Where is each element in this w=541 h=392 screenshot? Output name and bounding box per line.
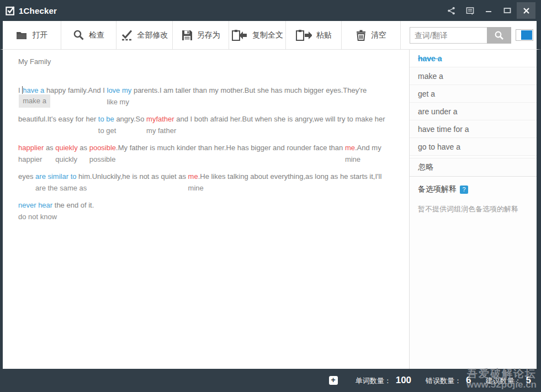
- close-icon: [523, 7, 530, 14]
- check-button[interactable]: 检查: [61, 21, 116, 49]
- floppy-icon: [182, 30, 193, 41]
- close-button[interactable]: [517, 2, 535, 19]
- language-toggle[interactable]: [516, 29, 533, 41]
- error-word[interactable]: have amake a: [23, 85, 44, 96]
- text-segment: and I both afraid her.But when she is an…: [174, 115, 385, 123]
- text-line: happlierhappier as quieklyquickly as poo…: [18, 142, 409, 171]
- suggestion-item[interactable]: go to have a: [410, 138, 537, 156]
- app-title: 1Checker: [19, 6, 57, 15]
- copy-all-button[interactable]: 复制全文: [229, 21, 286, 49]
- checkbox-logo-icon: [6, 6, 15, 15]
- error-word[interactable]: memine: [345, 142, 355, 153]
- text-line: I have amake a happy family.And I love m…: [18, 85, 409, 114]
- share-icon: [447, 7, 455, 15]
- text-segment: as: [78, 144, 89, 152]
- main-content: My FamilyI have amake a happy family.And…: [0, 50, 541, 369]
- inline-suggestion[interactable]: make a: [19, 94, 50, 108]
- inline-suggestion[interactable]: are the same as: [35, 183, 87, 194]
- error-word[interactable]: happlierhappier: [18, 142, 44, 153]
- minimize-icon: [485, 7, 492, 14]
- share-button[interactable]: [442, 2, 460, 19]
- toolbar: 打开 检查 全部修改 另存为 复制全文: [0, 21, 541, 50]
- error-word[interactable]: poosiblepossible: [89, 142, 116, 153]
- error-count-label: 错误数量：: [426, 376, 462, 386]
- suggestion-count-value: 5: [526, 375, 531, 386]
- paste-button[interactable]: 粘贴: [286, 21, 342, 49]
- text-segment: the end of it.: [52, 201, 94, 209]
- suggestion-item[interactable]: get a: [410, 85, 537, 103]
- paste-button-label: 粘贴: [316, 30, 332, 40]
- error-word[interactable]: quieklyquickly: [55, 142, 77, 153]
- error-word[interactable]: memine: [188, 171, 198, 182]
- plus-icon[interactable]: +: [329, 376, 338, 385]
- title-bar: 1Checker: [0, 0, 541, 21]
- explanation-note: 暂不提供词组润色备选项的解释: [418, 204, 528, 214]
- inline-suggestion[interactable]: possible: [89, 154, 116, 165]
- text-segment: I: [18, 86, 22, 94]
- status-bar: + 单词数量： 100 错误数量： 6 建议数量： 5: [0, 369, 541, 392]
- trash-icon: [356, 29, 367, 41]
- clear-button-label: 清空: [371, 30, 386, 40]
- folder-icon: [16, 30, 28, 40]
- open-button-label: 打开: [33, 30, 48, 40]
- text-segment: .And my: [355, 144, 381, 152]
- maximize-icon: [503, 7, 511, 14]
- open-button[interactable]: 打开: [3, 21, 61, 49]
- suggestion-item-current[interactable]: have a: [410, 50, 537, 67]
- check-button-label: 检查: [89, 30, 104, 40]
- suggestion-count-label: 建议数量：: [486, 376, 522, 386]
- error-word[interactable]: are similar toare the same as: [35, 171, 76, 182]
- suggestion-item[interactable]: have time for a: [410, 120, 537, 138]
- inline-suggestion[interactable]: mine: [188, 183, 204, 194]
- maximize-button[interactable]: [498, 2, 517, 19]
- error-word[interactable]: to beto get: [98, 114, 114, 125]
- text-segment: .He likes talking about everything,as lo…: [198, 172, 382, 181]
- error-count: 错误数量： 6: [426, 375, 471, 386]
- text-line: beautiful.It's easy for her to beto get …: [18, 114, 409, 142]
- suggestion-sidebar: have amake aget aare under ahave time fo…: [409, 50, 537, 369]
- inline-suggestion[interactable]: to get: [98, 125, 116, 136]
- suggestion-item[interactable]: make a: [410, 67, 537, 85]
- suggestion-list: have amake aget aare under ahave time fo…: [410, 50, 537, 156]
- clear-button[interactable]: 清空: [342, 21, 401, 49]
- inline-suggestion[interactable]: quickly: [55, 154, 77, 165]
- fix-all-button[interactable]: 全部修改: [116, 21, 173, 49]
- suggestion-item[interactable]: are under a: [410, 103, 537, 120]
- feedback-button[interactable]: [460, 2, 479, 19]
- copy-all-button-label: 复制全文: [252, 30, 283, 40]
- editor-lines[interactable]: My FamilyI have amake a happy family.And…: [3, 50, 409, 369]
- help-icon[interactable]: ?: [460, 186, 468, 194]
- clipboard-copy-icon: [231, 29, 248, 41]
- explanation-section: 备选项解释 ? 暂不提供词组润色备选项的解释: [410, 177, 537, 214]
- text-segment: angry.So: [114, 115, 146, 123]
- text-segment: him.Unluckily,he is not as quiet as: [77, 172, 188, 181]
- error-word[interactable]: never heardo not know: [18, 200, 52, 211]
- inline-suggestion[interactable]: happier: [18, 154, 42, 165]
- ignore-button[interactable]: 忽略: [410, 158, 537, 177]
- dictionary-search-button[interactable]: [487, 27, 511, 44]
- magnifier-icon: [73, 29, 84, 41]
- text-segment: .My father is much kinder than her.He ha…: [116, 144, 345, 152]
- inline-suggestion[interactable]: like my: [107, 97, 129, 108]
- inline-suggestion[interactable]: do not know: [18, 211, 57, 223]
- error-word[interactable]: love mylike my: [107, 85, 132, 96]
- text-segment: beautiful.It's easy for her: [18, 115, 98, 123]
- word-count: 单词数量： 100: [356, 375, 411, 386]
- text-line: never heardo not know the end of it.: [18, 200, 409, 229]
- inline-suggestion[interactable]: mine: [345, 154, 360, 165]
- app-window: 1Checker: [0, 0, 541, 392]
- error-word[interactable]: myfathermy father: [146, 114, 174, 125]
- save-as-button-label: 另存为: [197, 30, 220, 40]
- error-count-value: 6: [466, 375, 471, 386]
- text-segment: My Family: [18, 57, 51, 66]
- fix-all-button-label: 全部修改: [137, 30, 168, 40]
- word-count-label: 单词数量：: [356, 376, 391, 386]
- text-line: eyes are similar toare the same as him.U…: [18, 171, 409, 200]
- dictionary-search-input[interactable]: [410, 27, 487, 44]
- minimize-button[interactable]: [479, 2, 498, 19]
- suggestion-count: 建议数量： 5: [486, 375, 531, 386]
- text-segment: happy family.And I: [44, 86, 107, 94]
- save-as-button[interactable]: 另存为: [173, 21, 229, 49]
- inline-suggestion[interactable]: my father: [146, 125, 176, 136]
- search-zone: [401, 21, 537, 49]
